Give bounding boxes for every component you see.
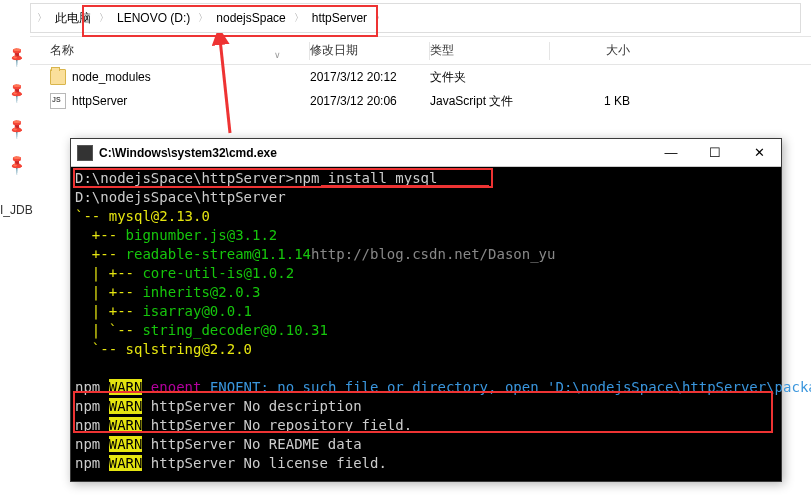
terminal-line: +-- bignumber.js@3.1.2: [75, 226, 777, 245]
terminal-line: | `-- string_decoder@0.10.31: [75, 321, 777, 340]
quick-access-column: 📌 📌 📌 📌: [0, 38, 30, 182]
maximize-button[interactable]: ☐: [693, 139, 737, 167]
cmd-titlebar[interactable]: C:\Windows\system32\cmd.exe — ☐ ✕: [71, 139, 781, 167]
terminal-line: D:\nodejsSpace\httpServer: [75, 188, 777, 207]
pin-icon[interactable]: 📌: [0, 140, 41, 189]
chevron-right-icon: 〉: [292, 11, 306, 25]
column-name[interactable]: 名称∨: [30, 42, 310, 60]
breadcrumb-root[interactable]: 此电脑: [49, 7, 97, 30]
close-button[interactable]: ✕: [737, 139, 781, 167]
breadcrumb-seg3[interactable]: httpServer: [306, 8, 373, 28]
chevron-right-icon: 〉: [97, 11, 111, 25]
file-name: httpServer: [72, 94, 127, 108]
file-type: 文件夹: [430, 69, 550, 86]
file-row[interactable]: node_modules2017/3/12 20:12文件夹: [30, 65, 811, 89]
minimize-button[interactable]: —: [649, 139, 693, 167]
breadcrumb[interactable]: 〉 此电脑 〉 LENOVO (D:) 〉 nodejsSpace 〉 http…: [30, 3, 801, 33]
cmd-title: C:\Windows\system32\cmd.exe: [99, 146, 649, 160]
chevron-right-icon: 〉: [35, 11, 49, 25]
cmd-window: C:\Windows\system32\cmd.exe — ☐ ✕ D:\nod…: [70, 138, 782, 482]
terminal-line: +-- readable-stream@1.1.14http://blog.cs…: [75, 245, 777, 264]
cmd-icon: [77, 145, 93, 161]
terminal-line: [75, 359, 777, 378]
js-file-icon: [50, 93, 66, 109]
terminal-line: | +-- core-util-is@1.0.2: [75, 264, 777, 283]
file-date: 2017/3/12 20:12: [310, 70, 430, 84]
column-date[interactable]: 修改日期: [310, 42, 430, 60]
folder-icon: [50, 69, 66, 85]
cmd-body[interactable]: D:\nodejsSpace\httpServer>npm install my…: [71, 167, 781, 481]
sidebar-label[interactable]: I_JDB: [0, 203, 33, 217]
file-row[interactable]: httpServer2017/3/12 20:06JavaScript 文件1 …: [30, 89, 811, 113]
breadcrumb-seg1[interactable]: LENOVO (D:): [111, 8, 196, 28]
terminal-line: `-- sqlstring@2.2.0: [75, 340, 777, 359]
terminal-line: npm WARN enoent ENOENT: no such file or …: [75, 378, 777, 397]
chevron-right-icon: 〉: [373, 11, 387, 25]
file-list-header: 名称∨ 修改日期 类型 大小: [30, 37, 811, 65]
terminal-line: | +-- inherits@2.0.3: [75, 283, 777, 302]
terminal-line: `-- mysql@2.13.0: [75, 207, 777, 226]
chevron-right-icon: 〉: [196, 11, 210, 25]
terminal-line: npm WARN httpServer No README data: [75, 435, 777, 454]
file-date: 2017/3/12 20:06: [310, 94, 430, 108]
file-size: 1 KB: [550, 94, 650, 108]
terminal-line: | +-- isarray@0.0.1: [75, 302, 777, 321]
file-list: 名称∨ 修改日期 类型 大小 node_modules2017/3/12 20:…: [30, 36, 811, 113]
sort-indicator-icon: ∨: [274, 50, 281, 60]
column-type[interactable]: 类型: [430, 42, 550, 60]
file-type: JavaScript 文件: [430, 93, 550, 110]
terminal-line: npm WARN httpServer No repository field.: [75, 416, 777, 435]
file-explorer: 〉 此电脑 〉 LENOVO (D:) 〉 nodejsSpace 〉 http…: [0, 3, 811, 113]
breadcrumb-seg2[interactable]: nodejsSpace: [210, 8, 291, 28]
terminal-line: npm WARN httpServer No description: [75, 397, 777, 416]
column-size[interactable]: 大小: [550, 42, 650, 59]
file-name: node_modules: [72, 70, 151, 84]
terminal-line: D:\nodejsSpace\httpServer>npm install my…: [75, 169, 777, 188]
terminal-line: npm WARN httpServer No license field.: [75, 454, 777, 473]
